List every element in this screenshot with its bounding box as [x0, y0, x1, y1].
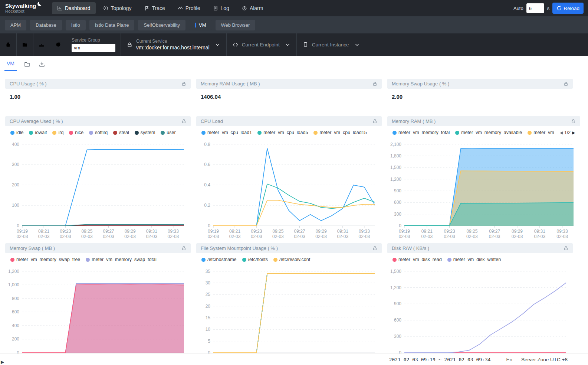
svg-text:30: 30 [206, 280, 211, 286]
stat-card: Memory Swap Usage ( % )2.00 [387, 79, 573, 107]
footer-toggle-icon[interactable]: ▶ [1, 359, 4, 365]
lock-icon[interactable] [181, 81, 186, 86]
legend-dot [29, 131, 33, 135]
auto-interval-input[interactable] [526, 3, 544, 13]
svg-text:02-03: 02-03 [534, 234, 545, 238]
legend-item-steal[interactable]: steal [113, 130, 129, 135]
lock-icon[interactable] [181, 246, 186, 251]
lock-icon[interactable] [372, 81, 377, 86]
nav-item-profile[interactable]: Profile [173, 2, 206, 14]
current-instance-select[interactable]: Current Instance [297, 33, 366, 56]
folder-toolbar-icon[interactable] [17, 33, 33, 56]
legend-item-meter-vm-cpu-load15[interactable]: meter_vm_cpu_load15 [313, 130, 367, 135]
card-title: Memory RAM ( MB ) [392, 118, 436, 124]
time-range[interactable]: 2021-02-03 09:19 ~ 2021-02-03 09:34 [389, 357, 491, 362]
nav-item-dashboard[interactable]: Dashboard [52, 2, 96, 14]
import-page-icon[interactable] [39, 61, 45, 71]
dashboard-tab-database[interactable]: Database [30, 20, 62, 30]
svg-text:02-03: 02-03 [208, 234, 219, 238]
svg-text:09:33: 09:33 [359, 229, 370, 234]
legend-item-system[interactable]: system [135, 130, 155, 135]
legend-item-irq[interactable]: irq [52, 130, 63, 135]
legend-dot [392, 131, 397, 135]
legend-item-meter-vm-memory-available[interactable]: meter_vm_memory_available [455, 130, 522, 135]
refresh-toolbar-icon[interactable] [50, 33, 66, 56]
server-zone[interactable]: Server Zone UTC +8 [521, 357, 568, 362]
legend-item-meter-vm-memory-total[interactable]: meter_vm_memory_total [392, 130, 450, 135]
svg-text:0.2: 0.2 [204, 203, 210, 208]
lock-icon[interactable] [372, 119, 377, 124]
legend-item-user[interactable]: user [161, 130, 175, 135]
legend-item-meter-vm-cpu-load1[interactable]: meter_vm_cpu_load1 [201, 130, 252, 135]
legend-dot [69, 131, 73, 135]
svg-text:02-03: 02-03 [38, 234, 50, 238]
dashboard-tab-vm[interactable]: VM [189, 20, 212, 30]
current-endpoint-select[interactable]: Current Endpoint [227, 33, 296, 56]
pager-prev-icon[interactable]: ◀ [560, 130, 563, 135]
stat-cards-row: CPU Usage ( % )1.00Memory RAM Usage ( MB… [5, 79, 573, 107]
pager-next-icon[interactable]: ▶ [572, 130, 575, 135]
nav-item-trace[interactable]: Trace [139, 2, 170, 14]
legend-item-meter-vm[interactable]: meter_vm [528, 130, 554, 135]
lock-icon[interactable] [372, 246, 377, 251]
legend-item--etc-hosts[interactable]: /etc/hosts [242, 257, 268, 262]
svg-text:09:25: 09:25 [466, 229, 477, 234]
nav-item-label: Profile [185, 5, 200, 11]
legend-item-idle[interactable]: idle [10, 130, 23, 135]
service-group-input[interactable] [72, 44, 115, 52]
legend-item--etc-resolv-conf[interactable]: /etc/resolv.conf [273, 257, 310, 262]
lock-icon[interactable] [181, 119, 186, 124]
dashboard-tab-istio[interactable]: Istio [66, 20, 86, 30]
lock-toolbar-icon[interactable] [0, 33, 16, 56]
dashboard-tab-selfobservability[interactable]: SelfObservability [138, 20, 185, 30]
lock-icon[interactable] [564, 246, 568, 251]
legend-item-meter-vm-disk-written[interactable]: meter_vm_disk_written [447, 257, 501, 262]
dashboard-tab-web-browser[interactable]: Web Browser [216, 20, 256, 30]
reload-button[interactable]: Reload [552, 3, 584, 14]
dashboard-content: CPU Usage ( % )1.00Memory RAM Usage ( MB… [0, 71, 588, 365]
import-toolbar-icon[interactable] [33, 33, 50, 56]
card-title: Memory Swap Usage ( % ) [392, 81, 449, 87]
folder-page-icon[interactable] [24, 61, 30, 71]
lock-icon[interactable] [564, 81, 568, 86]
legend-item-nice[interactable]: nice [69, 130, 83, 135]
legend-item-meter-vm-memory-swap-total[interactable]: meter_vm_memory_swap_total [86, 257, 156, 262]
legend-item-softirq[interactable]: softirq [89, 130, 108, 135]
top-nav-bar: Skywalking Rocketbot DashboardTopologyTr… [0, 0, 588, 16]
chart-plot: 02004006008001,0001,200 [5, 264, 191, 365]
dashboard-tab-istio-data-plane[interactable]: Istio Data Plane [89, 20, 135, 30]
chart-card-file-system-mountpoint-usage-: File System Mountpoint Usage ( % )/etc/h… [196, 243, 382, 365]
legend-item-iowait[interactable]: iowait [29, 130, 47, 135]
main-nav: DashboardTopologyTraceProfileLogAlarm [52, 0, 268, 16]
nav-item-log[interactable]: Log [208, 2, 234, 14]
legend-dot [242, 258, 246, 262]
svg-text:1,000: 1,000 [8, 282, 19, 287]
svg-text:02-03: 02-03 [294, 234, 305, 238]
legend-item-meter-vm-disk-read[interactable]: meter_vm_disk_read [392, 257, 442, 262]
chart-legend: meter_vm_memory_totalmeter_vm_memory_ava… [387, 126, 580, 137]
selector-toolbar: Service Group Current Service vm::docker… [0, 33, 588, 56]
svg-text:02-03: 02-03 [124, 234, 136, 238]
legend-item-meter-vm-cpu-load5[interactable]: meter_vm_cpu_load5 [257, 130, 308, 135]
brand-subtitle: Rocketbot [5, 9, 47, 13]
svg-text:400: 400 [12, 142, 19, 147]
legend-dot [201, 258, 206, 262]
current-service-select[interactable]: Current Service vm::docker.for.mac.host.… [121, 33, 226, 56]
svg-text:02-03: 02-03 [60, 234, 71, 238]
brand-name: Skywalking [5, 3, 36, 9]
svg-text:200: 200 [12, 182, 19, 188]
stat-value: 2.00 [387, 89, 573, 107]
legend-item-meter-vm-memory-swap-free[interactable]: meter_vm_memory_swap_free [10, 257, 80, 262]
nav-item-topology[interactable]: Topology [98, 2, 137, 14]
dashboard-tabs-bar: APMDatabaseIstioIstio Data PlaneSelfObse… [0, 16, 588, 33]
lock-icon[interactable] [571, 119, 576, 124]
dashboard-tab-apm[interactable]: APM [5, 20, 26, 30]
tab-vm[interactable]: VM [6, 61, 15, 71]
svg-text:02-03: 02-03 [444, 234, 455, 238]
legend-dot [201, 131, 206, 135]
svg-text:02-03: 02-03 [337, 234, 348, 238]
svg-text:300: 300 [12, 162, 19, 167]
legend-item--etc-hostname[interactable]: /etc/hostname [201, 257, 237, 262]
language-switch[interactable]: En [506, 357, 513, 362]
nav-item-alarm[interactable]: Alarm [237, 2, 269, 14]
